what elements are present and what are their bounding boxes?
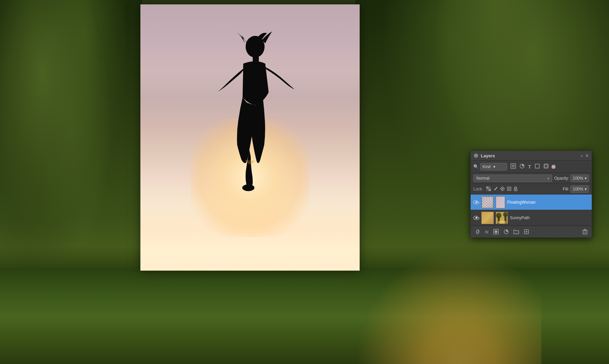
layer-visibility-floating-woman[interactable]: [473, 199, 479, 205]
panel-titlebar: × Layers » ≡: [471, 151, 592, 161]
type-filter-icon[interactable]: T: [527, 163, 532, 170]
svg-point-22: [503, 212, 508, 217]
opacity-section: Opacity: 100% ▾: [554, 175, 589, 182]
fill-section: Fill: 100% ▾: [563, 185, 589, 193]
pixel-filter-icon[interactable]: [510, 163, 517, 170]
adjustment-filter-icon[interactable]: [519, 163, 525, 170]
lock-position-button[interactable]: [500, 186, 505, 192]
svg-rect-8: [545, 165, 547, 167]
filter-bar: 🔍 Kind ▾ T: [471, 161, 592, 173]
svg-point-25: [495, 230, 497, 233]
kind-dropdown-arrow: ▾: [493, 164, 495, 169]
panel-toolbar: fx: [471, 226, 592, 237]
kind-filter-label: Kind: [482, 164, 491, 169]
panel-menu-button[interactable]: ≡: [586, 153, 588, 158]
lock-icons: [486, 186, 518, 192]
filter-icons-row: T: [510, 163, 556, 170]
layer-thumbnail-sunny-path: [496, 212, 508, 224]
svg-point-17: [515, 189, 516, 190]
lock-label: Lock:: [473, 187, 483, 191]
svg-point-21: [496, 213, 501, 218]
fill-label: Fill:: [563, 187, 569, 191]
layer-thumbnail-floating-woman: [481, 196, 494, 208]
layer-fx-button[interactable]: fx: [484, 228, 490, 235]
fill-dropdown[interactable]: 100% ▾: [570, 185, 589, 193]
svg-rect-15: [508, 187, 511, 190]
fill-value: 100%: [573, 187, 583, 191]
layer-selected-indicator-sunny-path: [481, 212, 494, 224]
svg-point-2: [242, 184, 254, 191]
svg-rect-30: [583, 230, 587, 234]
svg-rect-4: [512, 165, 515, 167]
lock-transparent-pixels-button[interactable]: [486, 186, 491, 192]
layer-name-sunny-path: SunnyPath: [510, 215, 589, 220]
panel-title: Layers: [481, 153, 581, 158]
blend-mode-arrow: ▾: [547, 177, 549, 180]
svg-point-18: [475, 201, 477, 203]
woman-silhouette: [203, 31, 297, 207]
filter-active-dot: [551, 165, 556, 169]
adjustment-layer-button[interactable]: [502, 228, 510, 235]
lock-image-pixels-button[interactable]: [493, 186, 498, 192]
lock-artboard-button[interactable]: [507, 186, 512, 192]
svg-rect-11: [486, 189, 489, 191]
warm-light: [338, 229, 541, 364]
lock-all-button[interactable]: [514, 186, 518, 192]
opacity-label: Opacity:: [554, 176, 569, 181]
panel-close-button[interactable]: ×: [474, 154, 478, 158]
shape-filter-icon[interactable]: [534, 163, 541, 170]
layer-item-sunny-path[interactable]: SunnyPath: [471, 210, 592, 226]
smart-filter-icon[interactable]: [543, 163, 549, 170]
photo-frame: [140, 4, 360, 271]
fill-arrow: ▾: [585, 187, 587, 191]
search-icon: 🔍: [473, 164, 479, 169]
panel-collapse-button[interactable]: »: [581, 154, 583, 158]
layer-item-floating-woman[interactable]: FloatingWoman: [471, 195, 592, 210]
layer-name-floating-woman: FloatingWoman: [507, 200, 589, 205]
layers-panel: × Layers » ≡ 🔍 Kind ▾ T: [470, 151, 592, 238]
svg-rect-6: [535, 164, 539, 168]
opacity-dropdown[interactable]: 100% ▾: [570, 175, 589, 182]
layers-list: FloatingWoman: [471, 195, 592, 226]
svg-rect-12: [489, 189, 491, 191]
opacity-value: 100%: [573, 176, 583, 181]
kind-filter-dropdown[interactable]: Kind ▾: [480, 163, 507, 170]
svg-point-13: [496, 187, 497, 188]
svg-point-14: [502, 188, 503, 189]
layer-mask-button[interactable]: [492, 228, 500, 235]
blend-mode-label: Normal: [476, 176, 490, 181]
opacity-arrow: ▾: [585, 176, 587, 181]
svg-rect-9: [486, 186, 489, 189]
link-layers-button[interactable]: [474, 228, 481, 235]
layer-visibility-sunny-path[interactable]: [473, 215, 479, 221]
layer-mask-floating-woman: [496, 196, 505, 208]
blend-mode-dropdown[interactable]: Normal ▾: [473, 175, 552, 182]
svg-point-19: [475, 217, 477, 219]
lock-row: Lock:: [471, 184, 592, 195]
delete-layer-button[interactable]: [582, 228, 588, 235]
new-group-button[interactable]: [513, 228, 520, 235]
new-layer-button[interactable]: [523, 228, 530, 235]
svg-rect-10: [489, 186, 491, 189]
blend-mode-row: Normal ▾ Opacity: 100% ▾: [471, 173, 592, 184]
